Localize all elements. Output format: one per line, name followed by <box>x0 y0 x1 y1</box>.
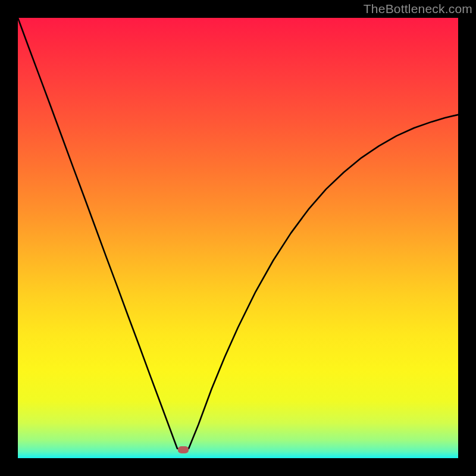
background-gradient <box>18 18 458 458</box>
watermark-text: TheBottleneck.com <box>364 2 472 16</box>
chart-frame: TheBottleneck.com <box>0 0 476 476</box>
plot-area <box>18 18 458 458</box>
